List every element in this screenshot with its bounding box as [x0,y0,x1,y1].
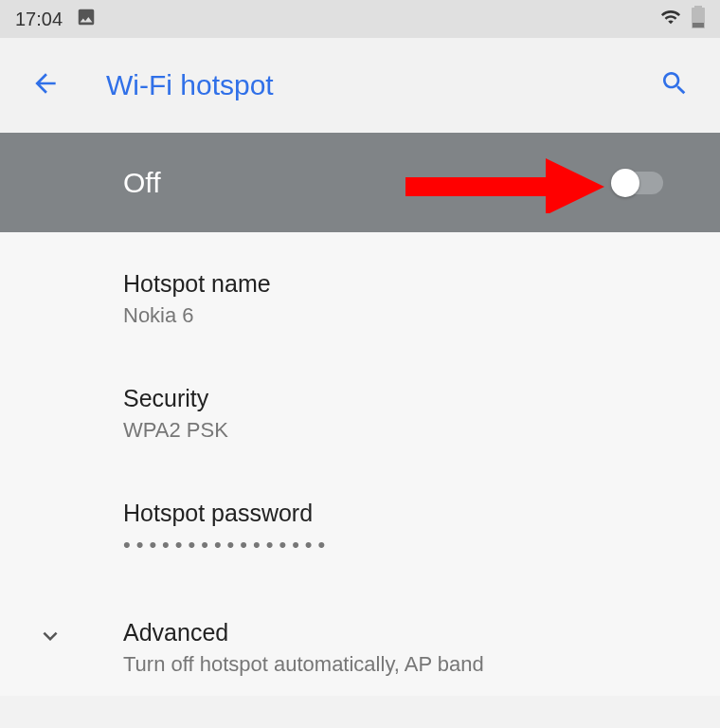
wifi-icon [659,7,682,31]
hotspot-name-value: Nokia 6 [123,303,682,328]
status-left: 17:04 [15,7,97,31]
hotspot-name-item[interactable]: Hotspot name Nokia 6 [123,232,682,347]
arrow-back-icon [30,68,61,102]
app-header: Wi-Fi hotspot [0,38,720,133]
advanced-title: Advanced [123,619,682,646]
hotspot-switch[interactable] [614,172,663,194]
settings-list: Hotspot name Nokia 6 Security WPA2 PSK H… [0,232,720,696]
hotspot-toggle-row[interactable]: Off [0,133,720,232]
advanced-item[interactable]: Advanced Turn off hotspot automatically,… [123,576,682,696]
chevron-down-icon [36,622,64,654]
security-value: WPA2 PSK [123,418,682,443]
svg-rect-0 [693,23,704,27]
password-title: Hotspot password [123,500,682,527]
search-button[interactable] [652,63,697,108]
page-title: Wi-Fi hotspot [106,69,652,101]
hotspot-name-title: Hotspot name [123,270,682,298]
status-right [659,6,705,32]
status-bar: 17:04 [0,0,720,38]
status-time: 17:04 [15,9,63,30]
toggle-state-label: Off [123,167,160,199]
security-item[interactable]: Security WPA2 PSK [123,347,682,462]
advanced-subtitle: Turn off hotspot automatically, AP band [123,652,682,677]
security-title: Security [123,385,682,412]
battery-icon [692,6,705,32]
switch-thumb [611,169,639,197]
back-button[interactable] [23,63,68,108]
search-icon [659,68,690,102]
password-item[interactable]: Hotspot password •••••••••••••••• [123,462,682,576]
image-icon [76,7,97,31]
password-masked: •••••••••••••••• [123,533,682,557]
